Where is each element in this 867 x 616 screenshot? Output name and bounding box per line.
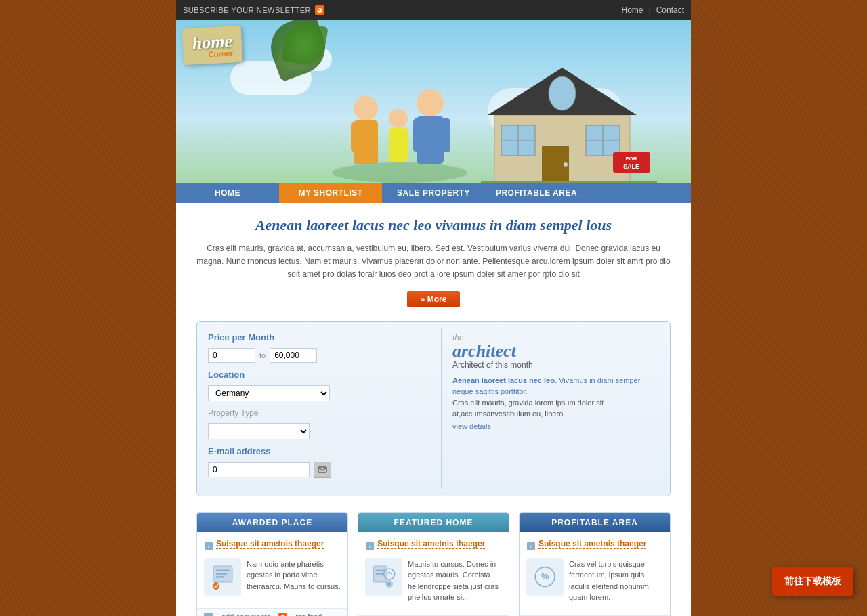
svg-text:%: % bbox=[541, 571, 549, 581]
more-button-wrap: More bbox=[196, 291, 671, 307]
svg-point-7 bbox=[417, 89, 444, 116]
property-type-row bbox=[208, 423, 430, 439]
architect-section: the architect Architect of this month Ae… bbox=[442, 322, 670, 496]
topbar: SUBSCRIBE YOUR NEWSLETTER ◕ Home | Conta… bbox=[176, 0, 691, 20]
awarded-header: AWARDED PLACE bbox=[197, 513, 347, 532]
nav-item-extra bbox=[588, 183, 691, 203]
profitable-area-block: PROFITABLE AREA i Suisque sit ametnis th… bbox=[519, 512, 671, 616]
svg-rect-28 bbox=[216, 576, 224, 577]
awarded-item-text: Nam odio ante pharetis egestas in porta … bbox=[247, 558, 341, 596]
featured-item-body: Mauris to cursus. Donec in egestas mauri… bbox=[365, 558, 502, 603]
profitable-content: i Suisque sit ametnis thaeger % Cras vel… bbox=[520, 532, 670, 615]
nav-item-home[interactable]: Home bbox=[176, 183, 279, 203]
svg-text:i: i bbox=[208, 544, 209, 550]
nav-item-sale-property[interactable]: Sale Property bbox=[382, 183, 485, 203]
awarded-item-icon: i bbox=[204, 542, 213, 551]
profitable-header: PROFITABLE AREA bbox=[520, 513, 670, 532]
architect-title: architect bbox=[452, 343, 659, 360]
svg-rect-10 bbox=[442, 118, 450, 152]
featured-header: FEATURED HOME bbox=[358, 513, 509, 532]
main-content: Aenean laoreet lacus nec leo vivamus in … bbox=[176, 203, 691, 616]
architect-desc: Aenean laoreet lacus nec leo. Vivamus in… bbox=[452, 375, 659, 420]
location-select[interactable]: Germany France Italy bbox=[208, 385, 330, 401]
svg-point-5 bbox=[389, 109, 408, 128]
family-illustration bbox=[312, 47, 488, 183]
search-architect-panel: Price per Month to Location Germany Fran… bbox=[196, 321, 671, 496]
nav-item-profitable-area[interactable]: Profitable Area bbox=[485, 183, 588, 203]
page-title: Aenean laoreet lacus nec leo vivamus in … bbox=[196, 217, 671, 234]
featured-item-icon: i bbox=[365, 542, 375, 551]
property-type-label: Property Type bbox=[208, 408, 430, 418]
location-row: Germany France Italy bbox=[208, 385, 430, 401]
email-input[interactable] bbox=[208, 462, 310, 477]
price-from-input[interactable] bbox=[208, 348, 255, 363]
svg-point-0 bbox=[332, 162, 467, 183]
awarded-content: i Suisque sit ametnis thaeger bbox=[197, 532, 347, 608]
location-label: Location bbox=[208, 370, 430, 380]
intro-text: Cras elit mauris, gravida at, accumsan a… bbox=[196, 242, 671, 282]
email-row bbox=[208, 462, 430, 478]
svg-text:i: i bbox=[530, 544, 532, 550]
svg-rect-37 bbox=[387, 582, 391, 586]
topbar-contact-link[interactable]: Contact bbox=[656, 5, 684, 15]
architect-subtitle: Architect of this month bbox=[452, 360, 659, 370]
svg-text:i: i bbox=[369, 544, 371, 550]
email-label: E-mail address bbox=[208, 446, 430, 456]
rss-icon-awarded: R bbox=[278, 613, 287, 616]
comment-icon-awarded bbox=[204, 613, 213, 616]
svg-rect-21 bbox=[481, 181, 657, 183]
svg-rect-33 bbox=[375, 570, 385, 571]
svg-rect-3 bbox=[351, 122, 359, 152]
header-banner: home Corner bbox=[176, 20, 691, 183]
topbar-separator: | bbox=[649, 5, 651, 15]
awarded-place-block: AWARDED PLACE i Suisque sit ametnis thae… bbox=[196, 512, 348, 616]
architect-desc2: Cras elit mauris, gravida lorem ipsum do… bbox=[452, 399, 604, 418]
featured-item-text: Mauris to cursus. Donec in egestas mauri… bbox=[408, 558, 502, 603]
three-column-section: AWARDED PLACE i Suisque sit ametnis thae… bbox=[196, 512, 671, 616]
svg-rect-22 bbox=[318, 467, 326, 472]
svg-point-14 bbox=[564, 162, 568, 167]
svg-point-29 bbox=[213, 583, 219, 590]
awarded-item-body: Nam odio ante pharetis egestas in porta … bbox=[204, 558, 341, 596]
svg-rect-26 bbox=[216, 570, 230, 571]
rss-icon[interactable]: ◕ bbox=[315, 5, 324, 15]
main-nav: Home My Shortlist Sale Property Profitab… bbox=[176, 183, 691, 203]
svg-text:FOR: FOR bbox=[626, 156, 637, 162]
architect-desc-highlight: Aenean laoreet lacus nec leo. bbox=[452, 376, 557, 384]
subscribe-label: SUBSCRIBE YOUR NEWSLETTER bbox=[183, 6, 311, 14]
view-details-link[interactable]: view details bbox=[452, 422, 491, 431]
house-illustration: FOR SALE bbox=[481, 47, 657, 183]
property-type-select[interactable] bbox=[208, 423, 310, 439]
more-button[interactable]: More bbox=[407, 291, 461, 307]
featured-item-title[interactable]: Suisque sit ametnis thaeger bbox=[377, 539, 485, 549]
profitable-item-text: Cras vel turpis quisque fermentum, ipsum… bbox=[569, 558, 663, 603]
topbar-nav: Home | Contact bbox=[622, 5, 685, 15]
svg-rect-34 bbox=[375, 573, 383, 574]
rss-feed-link-awarded[interactable]: rss feed bbox=[295, 613, 322, 616]
awarded-item-title[interactable]: Suisque sit ametnis thaeger bbox=[216, 539, 324, 549]
featured-home-block: FEATURED HOME i Suisque sit ametnis thae… bbox=[358, 512, 509, 616]
awarded-icon bbox=[204, 558, 241, 596]
subscribe-area: SUBSCRIBE YOUR NEWSLETTER ◕ bbox=[183, 5, 324, 15]
profitable-item-icon: i bbox=[526, 542, 536, 551]
price-row: to bbox=[208, 348, 430, 363]
awarded-footer: add comments R rss feed bbox=[197, 608, 347, 616]
featured-icon bbox=[365, 558, 402, 596]
price-label: Price per Month bbox=[208, 332, 430, 343]
svg-rect-6 bbox=[389, 128, 408, 162]
price-to-input[interactable] bbox=[270, 348, 317, 363]
add-comments-link-awarded[interactable]: add comments bbox=[221, 613, 270, 616]
nav-item-shortlist[interactable]: My Shortlist bbox=[279, 183, 382, 203]
svg-text:SALE: SALE bbox=[623, 163, 639, 170]
topbar-home-link[interactable]: Home bbox=[622, 5, 643, 15]
profitable-item-title[interactable]: Suisque sit ametnis thaeger bbox=[538, 539, 646, 549]
svg-rect-9 bbox=[413, 118, 422, 152]
to-label: to bbox=[259, 351, 266, 359]
svg-point-1 bbox=[354, 96, 378, 120]
email-submit-button[interactable] bbox=[314, 462, 331, 478]
search-form: Price per Month to Location Germany Fran… bbox=[197, 322, 441, 496]
profitable-item-body: % Cras vel turpis quisque fermentum, ips… bbox=[526, 558, 663, 603]
site-logo: home Corner bbox=[183, 27, 242, 64]
profitable-icon: % bbox=[526, 558, 564, 596]
download-button[interactable]: 前往下载模板 bbox=[772, 567, 853, 596]
